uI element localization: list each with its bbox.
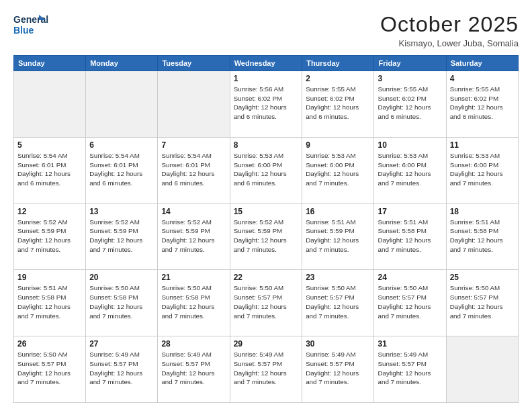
day-detail: Sunrise: 5:53 AMSunset: 6:00 PMDaylight:… bbox=[306, 151, 370, 188]
day-number: 16 bbox=[306, 207, 370, 216]
calendar-cell: 2Sunrise: 5:55 AMSunset: 6:02 PMDaylight… bbox=[302, 71, 374, 138]
day-number: 4 bbox=[450, 74, 515, 83]
calendar-cell: 4Sunrise: 5:55 AMSunset: 6:02 PMDaylight… bbox=[446, 71, 518, 138]
day-detail: Sunrise: 5:52 AMSunset: 5:59 PMDaylight:… bbox=[161, 218, 226, 255]
day-number: 10 bbox=[378, 140, 442, 150]
calendar-header-friday: Friday bbox=[374, 56, 446, 71]
day-detail: Sunrise: 5:55 AMSunset: 6:02 PMDaylight:… bbox=[378, 85, 442, 122]
day-detail: Sunrise: 5:53 AMSunset: 6:00 PMDaylight:… bbox=[234, 151, 299, 188]
day-number: 28 bbox=[161, 339, 226, 349]
calendar-cell bbox=[14, 71, 86, 138]
day-number: 9 bbox=[306, 140, 370, 150]
calendar-cell: 11Sunrise: 5:53 AMSunset: 6:00 PMDayligh… bbox=[446, 137, 518, 203]
calendar-cell: 28Sunrise: 5:49 AMSunset: 5:57 PMDayligh… bbox=[158, 336, 230, 403]
calendar-cell: 31Sunrise: 5:49 AMSunset: 5:57 PMDayligh… bbox=[374, 336, 446, 403]
day-number: 7 bbox=[161, 140, 226, 150]
day-detail: Sunrise: 5:54 AMSunset: 6:01 PMDaylight:… bbox=[17, 151, 82, 188]
day-detail: Sunrise: 5:49 AMSunset: 5:57 PMDaylight:… bbox=[89, 350, 154, 387]
calendar-cell: 3Sunrise: 5:55 AMSunset: 6:02 PMDaylight… bbox=[374, 71, 446, 138]
calendar-cell bbox=[446, 336, 518, 403]
calendar-cell: 20Sunrise: 5:50 AMSunset: 5:58 PMDayligh… bbox=[86, 270, 158, 336]
day-detail: Sunrise: 5:54 AMSunset: 6:01 PMDaylight:… bbox=[161, 151, 226, 188]
day-number: 12 bbox=[17, 207, 82, 216]
calendar-cell: 29Sunrise: 5:49 AMSunset: 5:57 PMDayligh… bbox=[230, 336, 302, 403]
calendar-cell: 24Sunrise: 5:50 AMSunset: 5:57 PMDayligh… bbox=[374, 270, 446, 336]
calendar-header-saturday: Saturday bbox=[446, 56, 518, 71]
day-detail: Sunrise: 5:51 AMSunset: 5:58 PMDaylight:… bbox=[17, 283, 82, 320]
day-number: 25 bbox=[450, 273, 515, 282]
calendar-cell: 16Sunrise: 5:51 AMSunset: 5:59 PMDayligh… bbox=[302, 203, 374, 270]
calendar-cell: 22Sunrise: 5:50 AMSunset: 5:57 PMDayligh… bbox=[230, 270, 302, 336]
day-number: 26 bbox=[17, 339, 82, 349]
day-detail: Sunrise: 5:53 AMSunset: 6:00 PMDaylight:… bbox=[450, 151, 515, 188]
day-detail: Sunrise: 5:50 AMSunset: 5:57 PMDaylight:… bbox=[234, 283, 299, 320]
calendar-header-thursday: Thursday bbox=[302, 56, 374, 71]
day-detail: Sunrise: 5:52 AMSunset: 5:59 PMDaylight:… bbox=[17, 218, 82, 255]
calendar-week-1: 1Sunrise: 5:56 AMSunset: 6:02 PMDaylight… bbox=[14, 71, 519, 138]
day-detail: Sunrise: 5:50 AMSunset: 5:58 PMDaylight:… bbox=[161, 283, 226, 320]
day-number: 18 bbox=[450, 207, 515, 216]
day-number: 20 bbox=[89, 273, 154, 282]
day-number: 3 bbox=[378, 74, 442, 83]
calendar-cell: 21Sunrise: 5:50 AMSunset: 5:58 PMDayligh… bbox=[158, 270, 230, 336]
calendar-cell: 19Sunrise: 5:51 AMSunset: 5:58 PMDayligh… bbox=[14, 270, 86, 336]
day-detail: Sunrise: 5:49 AMSunset: 5:57 PMDaylight:… bbox=[234, 350, 299, 387]
day-detail: Sunrise: 5:49 AMSunset: 5:57 PMDaylight:… bbox=[161, 350, 226, 387]
calendar-header-row: SundayMondayTuesdayWednesdayThursdayFrid… bbox=[14, 56, 519, 71]
day-detail: Sunrise: 5:53 AMSunset: 6:00 PMDaylight:… bbox=[378, 151, 442, 188]
calendar-cell: 13Sunrise: 5:52 AMSunset: 5:59 PMDayligh… bbox=[86, 203, 158, 270]
calendar-cell: 6Sunrise: 5:54 AMSunset: 6:01 PMDaylight… bbox=[86, 137, 158, 203]
day-number: 15 bbox=[234, 207, 299, 216]
calendar-cell: 7Sunrise: 5:54 AMSunset: 6:01 PMDaylight… bbox=[158, 137, 230, 203]
day-number: 1 bbox=[234, 74, 299, 83]
calendar-header-tuesday: Tuesday bbox=[158, 56, 230, 71]
calendar-cell: 12Sunrise: 5:52 AMSunset: 5:59 PMDayligh… bbox=[14, 203, 86, 270]
day-detail: Sunrise: 5:54 AMSunset: 6:01 PMDaylight:… bbox=[89, 151, 154, 188]
logo: GeneralBlue bbox=[13, 12, 48, 38]
day-detail: Sunrise: 5:55 AMSunset: 6:02 PMDaylight:… bbox=[450, 85, 515, 122]
day-number: 19 bbox=[17, 273, 82, 282]
day-number: 23 bbox=[306, 273, 370, 282]
calendar-cell: 14Sunrise: 5:52 AMSunset: 5:59 PMDayligh… bbox=[158, 203, 230, 270]
location-subtitle: Kismayo, Lower Juba, Somalia bbox=[380, 38, 519, 48]
calendar-cell bbox=[86, 71, 158, 138]
day-number: 8 bbox=[234, 140, 299, 150]
day-detail: Sunrise: 5:50 AMSunset: 5:57 PMDaylight:… bbox=[378, 283, 442, 320]
day-detail: Sunrise: 5:49 AMSunset: 5:57 PMDaylight:… bbox=[306, 350, 370, 387]
day-detail: Sunrise: 5:51 AMSunset: 5:58 PMDaylight:… bbox=[450, 218, 515, 255]
calendar-cell: 18Sunrise: 5:51 AMSunset: 5:58 PMDayligh… bbox=[446, 203, 518, 270]
calendar-cell: 27Sunrise: 5:49 AMSunset: 5:57 PMDayligh… bbox=[86, 336, 158, 403]
calendar-table: SundayMondayTuesdayWednesdayThursdayFrid… bbox=[13, 55, 519, 403]
calendar-cell: 30Sunrise: 5:49 AMSunset: 5:57 PMDayligh… bbox=[302, 336, 374, 403]
day-number: 14 bbox=[161, 207, 226, 216]
calendar-cell: 23Sunrise: 5:50 AMSunset: 5:57 PMDayligh… bbox=[302, 270, 374, 336]
day-detail: Sunrise: 5:55 AMSunset: 6:02 PMDaylight:… bbox=[306, 85, 370, 122]
calendar-cell: 26Sunrise: 5:50 AMSunset: 5:57 PMDayligh… bbox=[14, 336, 86, 403]
calendar-cell: 17Sunrise: 5:51 AMSunset: 5:58 PMDayligh… bbox=[374, 203, 446, 270]
day-number: 11 bbox=[450, 140, 515, 150]
title-block: October 2025 Kismayo, Lower Juba, Somali… bbox=[380, 12, 519, 48]
day-detail: Sunrise: 5:49 AMSunset: 5:57 PMDaylight:… bbox=[378, 350, 442, 387]
day-number: 21 bbox=[161, 273, 226, 282]
day-number: 2 bbox=[306, 74, 370, 83]
calendar-week-2: 5Sunrise: 5:54 AMSunset: 6:01 PMDaylight… bbox=[14, 137, 519, 203]
calendar-header-wednesday: Wednesday bbox=[230, 56, 302, 71]
calendar-week-4: 19Sunrise: 5:51 AMSunset: 5:58 PMDayligh… bbox=[14, 270, 519, 336]
calendar-cell: 5Sunrise: 5:54 AMSunset: 6:01 PMDaylight… bbox=[14, 137, 86, 203]
day-detail: Sunrise: 5:51 AMSunset: 5:58 PMDaylight:… bbox=[378, 218, 442, 255]
day-number: 31 bbox=[378, 339, 442, 349]
day-detail: Sunrise: 5:50 AMSunset: 5:57 PMDaylight:… bbox=[17, 350, 82, 387]
calendar-cell: 15Sunrise: 5:52 AMSunset: 5:59 PMDayligh… bbox=[230, 203, 302, 270]
calendar-cell bbox=[158, 71, 230, 138]
day-number: 30 bbox=[306, 339, 370, 349]
day-number: 5 bbox=[17, 140, 82, 150]
calendar-header-monday: Monday bbox=[86, 56, 158, 71]
calendar-cell: 1Sunrise: 5:56 AMSunset: 6:02 PMDaylight… bbox=[230, 71, 302, 138]
calendar-cell: 8Sunrise: 5:53 AMSunset: 6:00 PMDaylight… bbox=[230, 137, 302, 203]
day-number: 29 bbox=[234, 339, 299, 349]
day-number: 6 bbox=[89, 140, 154, 150]
day-number: 24 bbox=[378, 273, 442, 282]
day-detail: Sunrise: 5:52 AMSunset: 5:59 PMDaylight:… bbox=[234, 218, 299, 255]
day-detail: Sunrise: 5:52 AMSunset: 5:59 PMDaylight:… bbox=[89, 218, 154, 255]
logo-svg: GeneralBlue bbox=[13, 12, 48, 38]
